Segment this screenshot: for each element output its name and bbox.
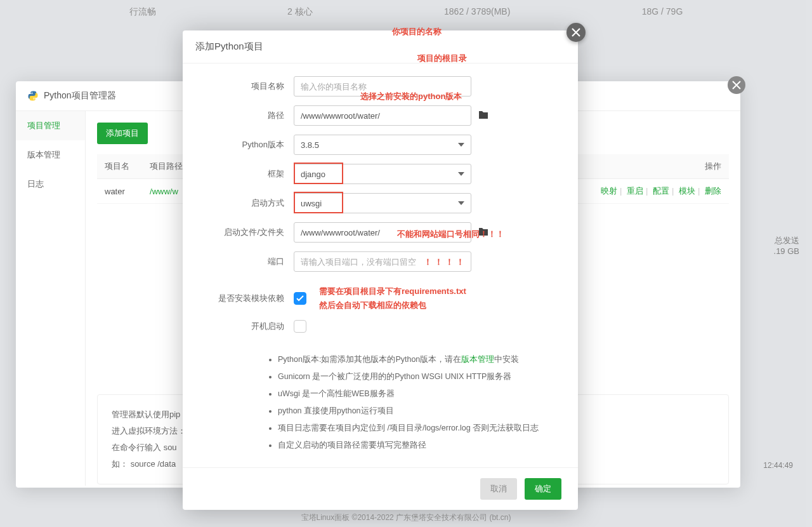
- note-item: Gunicorn 是一个被广泛使用的的Python WSGI UNIX HTTP…: [278, 369, 559, 385]
- add-project-button[interactable]: 添加项目: [97, 123, 148, 144]
- footer-copyright: 宝塔Linux面板 ©2014-2022 广东堡塔安全技术有限公司 (bt.cn…: [0, 509, 812, 527]
- label-start-method: 启动方式: [202, 197, 294, 209]
- python-icon: [27, 90, 39, 102]
- add-modal-title: 添加Python项目: [183, 30, 578, 63]
- action-config[interactable]: 配置: [653, 186, 669, 196]
- annotation-version: 选择之前安装的python版本: [360, 91, 462, 102]
- folder-icon[interactable]: [478, 110, 489, 122]
- add-python-modal: 添加Python项目 你项目的名称 项目名称 项目的根目录 路径 选择之前安装的…: [183, 30, 578, 510]
- label-python-version: Python版本: [202, 139, 294, 150]
- th-actions: 操作: [575, 154, 729, 179]
- label-port: 端口: [202, 256, 294, 267]
- manager-title: Python项目管理器: [44, 90, 116, 102]
- auto-start-checkbox[interactable]: [294, 320, 306, 333]
- action-module[interactable]: 模块: [679, 186, 695, 196]
- action-delete[interactable]: 删除: [705, 186, 721, 196]
- note-item: uWsgi 是一个高性能WEB服务器: [278, 386, 559, 402]
- close-icon[interactable]: [728, 76, 745, 94]
- python-version-select[interactable]: 3.8.5: [294, 135, 471, 155]
- add-modal-footer: 取消 确定: [183, 467, 578, 510]
- action-restart[interactable]: 重启: [627, 186, 643, 196]
- label-framework: 框架: [202, 168, 294, 180]
- label-auto-start: 开机启动: [202, 321, 294, 332]
- th-name: 项目名: [97, 154, 142, 179]
- add-modal-body: 你项目的名称 项目名称 项目的根目录 路径 选择之前安装的python版本 Py…: [183, 63, 578, 467]
- sidebar-item-logs[interactable]: 日志: [16, 170, 85, 199]
- close-icon[interactable]: [566, 23, 586, 42]
- label-project-name: 项目名称: [202, 81, 294, 92]
- annotation-path: 项目的根目录: [417, 53, 467, 64]
- annotation-port-warn: 不能和网站端口号相同！！！: [397, 229, 504, 240]
- note-item: python 直接使用python运行项目: [278, 403, 559, 419]
- annotation-deps2: 然后会自动下载相应的依赖包: [319, 300, 466, 311]
- action-map[interactable]: 映射: [601, 186, 617, 196]
- label-install-deps: 是否安装模块依赖: [202, 293, 294, 304]
- confirm-button[interactable]: 确定: [525, 478, 561, 500]
- sidebar-item-versions[interactable]: 版本管理: [16, 140, 85, 170]
- label-start-file: 启动文件/文件夹: [202, 227, 294, 238]
- sidebar-item-projects[interactable]: 项目管理: [16, 111, 85, 140]
- install-deps-checkbox[interactable]: [294, 292, 306, 305]
- annotation-port-marks: ！！！！: [424, 257, 467, 268]
- manager-sidebar: 项目管理 版本管理 日志: [16, 111, 86, 486]
- annotation-name: 你项目的名称: [392, 26, 442, 37]
- cancel-button[interactable]: 取消: [480, 478, 517, 500]
- cell-name: water: [97, 179, 142, 204]
- start-method-select[interactable]: uwsgi: [294, 193, 471, 213]
- framework-select[interactable]: django: [294, 164, 471, 184]
- note-item: 项目日志需要在项目内定位到 /项目目录/logs/error.log 否则无法获…: [278, 420, 559, 436]
- path-input[interactable]: [294, 105, 471, 126]
- cell-actions: 映射| 重启| 配置| 模块| 删除: [575, 179, 729, 204]
- version-mgmt-link[interactable]: 版本管理: [461, 355, 494, 364]
- cell-path[interactable]: /www/w: [150, 187, 178, 196]
- note-item: Python版本:如需添加其他版本的Python版本，请在版本管理中安装: [278, 352, 559, 368]
- annotation-deps1: 需要在项目根目录下有requirements.txt: [319, 286, 466, 297]
- label-path: 路径: [202, 110, 294, 121]
- note-item: 自定义启动的项目路径需要填写完整路径: [278, 437, 559, 453]
- notes-list: Python版本:如需添加其他版本的Python版本，请在版本管理中安装 Gun…: [202, 352, 559, 453]
